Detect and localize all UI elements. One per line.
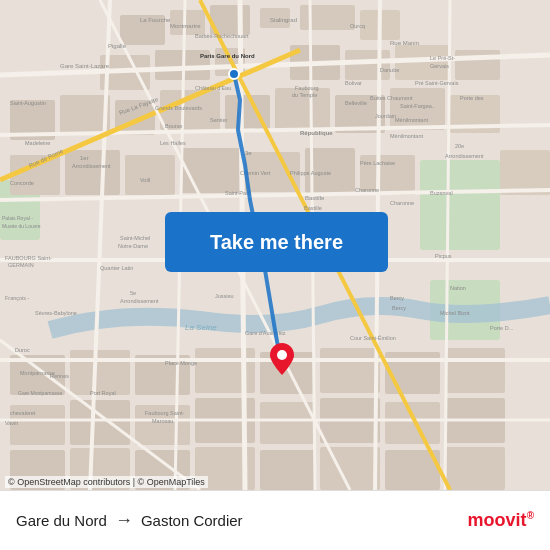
svg-rect-55 [320,447,380,490]
svg-text:Notre-Dame: Notre-Dame [118,243,148,249]
svg-text:Père Lachaise: Père Lachaise [360,160,395,166]
svg-text:Rennes: Rennes [50,373,69,379]
svg-text:Rue Manin: Rue Manin [390,40,419,46]
svg-text:Jourdain: Jourdain [375,113,396,119]
svg-text:Stalingrad: Stalingrad [270,17,297,23]
svg-text:Madeleine: Madeleine [25,140,50,146]
svg-text:Philippe Auguste: Philippe Auguste [290,170,331,176]
svg-text:3e: 3e [245,150,252,156]
svg-text:Port Royal: Port Royal [90,390,116,396]
svg-text:Bercy: Bercy [390,295,404,301]
svg-text:Arrondissement: Arrondissement [72,163,111,169]
svg-rect-28 [125,155,175,195]
svg-text:La Fourche: La Fourche [140,17,171,23]
svg-point-158 [277,350,287,360]
svg-text:Buzenval: Buzenval [430,190,453,196]
svg-text:Grands Boulevards: Grands Boulevards [155,105,202,111]
svg-text:Musée du Louvre: Musée du Louvre [2,223,41,229]
map-attribution: © OpenStreetMap contributors | © OpenMap… [5,476,208,488]
svg-rect-1 [420,160,500,250]
svg-text:Porte des: Porte des [460,95,484,101]
svg-rect-57 [445,447,505,490]
svg-text:Saint-Paul: Saint-Paul [225,190,250,196]
svg-text:Montmartre: Montmartre [170,23,201,29]
moovit-logo: moovit® [468,510,534,531]
svg-text:Le Pré-St-: Le Pré-St- [430,55,455,61]
svg-text:Paris Gare du Nord: Paris Gare du Nord [200,53,255,59]
svg-text:Bastille: Bastille [304,205,322,211]
svg-text:Place Monge: Place Monge [165,360,197,366]
bottom-bar: Gare du Nord → Gaston Cordier moovit® [0,490,550,550]
svg-text:1er: 1er [80,155,89,161]
svg-text:20e: 20e [455,143,464,149]
svg-text:Duroc: Duroc [15,347,30,353]
arrow-icon: → [115,510,133,531]
svg-text:Marceau: Marceau [152,418,173,424]
svg-text:Les Halles: Les Halles [160,140,186,146]
svg-text:Bercy: Bercy [392,305,406,311]
svg-text:Faubourg Saint-: Faubourg Saint- [145,410,185,416]
svg-rect-27 [65,150,120,195]
svg-text:5e: 5e [130,290,136,296]
svg-text:Sentier: Sentier [210,117,228,123]
svg-text:Faubourg: Faubourg [295,85,319,91]
svg-text:Saint-Michel: Saint-Michel [120,235,150,241]
svg-text:La Seine: La Seine [185,323,217,332]
svg-text:Gare d'Austerlitz: Gare d'Austerlitz [245,330,286,336]
svg-rect-48 [385,402,440,444]
origin-pin [228,68,240,80]
svg-text:Pigalle: Pigalle [108,43,127,49]
svg-text:GERMAIN: GERMAIN [8,262,34,268]
destination-label: Gaston Cordier [141,512,243,529]
svg-text:Ourcq: Ourcq [350,23,365,29]
svg-text:République: République [300,130,333,136]
svg-text:Arrondissement: Arrondissement [445,153,484,159]
svg-rect-14 [345,50,390,80]
svg-text:Bourse: Bourse [165,123,182,129]
svg-text:Porte D...: Porte D... [490,325,514,331]
svg-text:Pré Saint-Gervais: Pré Saint-Gervais [415,80,459,86]
svg-text:Bastille: Bastille [305,195,325,201]
svg-rect-8 [300,5,355,30]
svg-rect-41 [445,348,505,393]
svg-text:François -: François - [5,295,30,301]
svg-text:Saint-Augustin: Saint-Augustin [10,100,46,106]
svg-text:Belleville: Belleville [345,100,367,106]
svg-text:Nation: Nation [450,285,466,291]
take-me-there-button[interactable]: Take me there [165,212,388,272]
svg-text:Barbès-Rochechouart: Barbès-Rochechouart [195,33,249,39]
svg-text:Palais Royal -: Palais Royal - [2,215,33,221]
map-container: Rue de Rome Rue La Fayette Gare Saint-La… [0,0,550,490]
svg-text:Voill: Voill [140,177,150,183]
svg-rect-54 [260,450,315,490]
svg-text:Michel Bizot: Michel Bizot [440,310,470,316]
svg-text:Ménilmontant: Ménilmontant [395,117,428,123]
origin-label: Gare du Nord [16,512,107,529]
svg-text:Château d'Eau: Château d'Eau [195,85,231,91]
svg-text:Chemin Vert: Chemin Vert [240,170,271,176]
svg-text:Charonne: Charonne [390,200,414,206]
svg-text:Quartier Latin: Quartier Latin [100,265,133,271]
svg-text:Vavin: Vavin [5,420,18,426]
svg-text:Buttes Chaumont: Buttes Chaumont [370,95,413,101]
svg-text:du Temple: du Temple [292,92,317,98]
svg-text:FAUBOURG Saint-: FAUBOURG Saint- [5,255,52,261]
route-info: Gare du Nord → Gaston Cordier [16,510,243,531]
svg-text:chevaleret: chevaleret [10,410,36,416]
svg-rect-35 [70,350,130,395]
svg-rect-39 [320,348,380,393]
svg-rect-16 [455,50,500,80]
svg-rect-43 [70,400,130,445]
svg-text:Gare Saint-Lazare: Gare Saint-Lazare [60,63,110,69]
destination-pin [270,343,294,375]
svg-text:Danube: Danube [380,67,399,73]
svg-text:Gare Montparnasse: Gare Montparnasse [18,390,62,396]
svg-text:Gervais: Gervais [430,63,449,69]
moovit-brand-name: moovit® [468,510,534,531]
svg-text:Saint-Fargea..: Saint-Fargea.. [400,103,435,109]
svg-text:Arrondissement: Arrondissement [120,298,159,304]
svg-text:Picpus: Picpus [435,253,452,259]
svg-text:Ménilmontant: Ménilmontant [390,133,423,139]
svg-rect-29 [180,148,240,193]
svg-text:Bolivar: Bolivar [345,80,362,86]
